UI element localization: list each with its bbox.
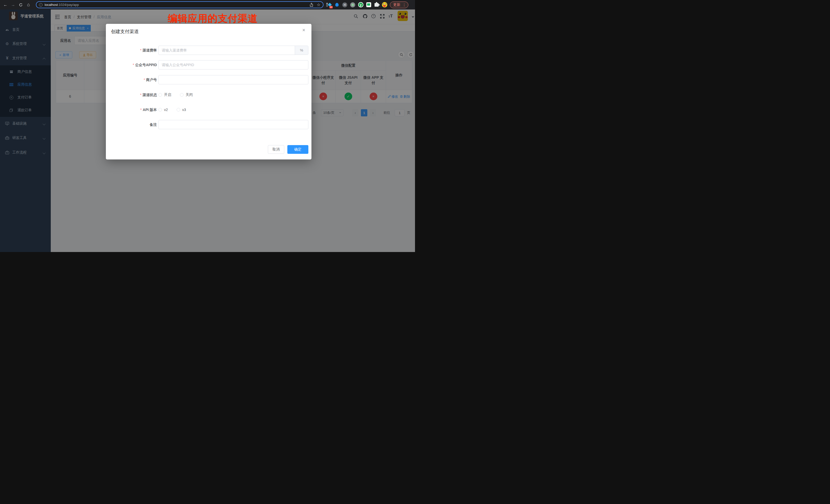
remark-field (158, 120, 308, 129)
extension-chat-icon[interactable] (366, 2, 372, 8)
browser-home-icon[interactable]: ⌂ (25, 1, 32, 8)
api-v3-label[interactable]: v3 (182, 108, 186, 112)
screen: ← → ⌂ i localhost:1024/pay/app ☆ 10 ⌘ (0, 0, 415, 252)
dialog-title: 创建支付渠道 (111, 28, 139, 35)
page: 芋道管理系统 首页 ⚙ 系统管理 ¥ 支付管理 (0, 9, 415, 252)
extension-command-icon[interactable]: ⌘ (342, 2, 348, 8)
extension-badge: 10 (329, 6, 333, 8)
browser-reload-icon[interactable] (17, 1, 25, 8)
api-version-label: *API 版本 (106, 105, 157, 114)
rate-label: *渠道费率 (106, 45, 157, 55)
confirm-button[interactable]: 确定 (287, 145, 308, 154)
annotation-title: 编辑应用的支付渠道 (154, 12, 272, 25)
status-on-radio[interactable] (158, 93, 162, 97)
browser-forward-icon[interactable]: → (9, 1, 17, 8)
merchant-label: *商户号 (106, 75, 157, 84)
url-text: localhost:1024/pay/app (44, 3, 310, 7)
close-icon[interactable]: × (301, 27, 307, 33)
appid-label: *公众号APPID (106, 60, 157, 69)
profile-avatar-icon[interactable] (382, 2, 387, 8)
api-v3-radio[interactable] (177, 108, 180, 112)
status-radio-group: 开启 关闭 (158, 90, 201, 99)
extensions-puzzle-icon[interactable] (374, 2, 379, 8)
extension-diamond-icon[interactable]: 10 (326, 2, 332, 8)
share-icon[interactable] (310, 3, 313, 7)
extension-balloon-icon[interactable] (334, 2, 340, 8)
rate-field: % (158, 45, 308, 55)
extension-y-icon[interactable]: y (358, 2, 363, 8)
appid-field (158, 60, 308, 69)
percent-suffix: % (295, 46, 308, 55)
status-off-radio[interactable] (180, 93, 184, 97)
remark-label: 备注 (106, 120, 157, 129)
create-pay-channel-dialog: 创建支付渠道 × *渠道费率 % *公众号APPID *商户号 (106, 24, 312, 159)
merchant-field (158, 75, 308, 84)
api-v2-radio[interactable] (158, 108, 162, 112)
browser-toolbar: ← → ⌂ i localhost:1024/pay/app ☆ 10 ⌘ (0, 0, 415, 9)
extensions-row: 10 ⌘ y (326, 2, 387, 8)
chrome-update-button[interactable]: 更新 ⋮ (390, 2, 408, 8)
appid-input[interactable] (159, 61, 308, 69)
bookmark-star-icon[interactable]: ☆ (317, 2, 320, 7)
browser-back-icon[interactable]: ← (2, 1, 9, 8)
browser-menu-icon[interactable]: ⋮ (403, 3, 406, 7)
extension-record-icon[interactable] (350, 2, 355, 8)
status-label: *渠道状态 (106, 90, 157, 99)
site-info-icon[interactable]: i (39, 3, 42, 7)
remark-input[interactable] (159, 120, 308, 129)
status-off-label[interactable]: 关闭 (186, 93, 193, 97)
rate-input[interactable] (159, 46, 295, 55)
merchant-input[interactable] (159, 75, 308, 84)
status-on-label[interactable]: 开启 (164, 93, 171, 97)
address-bar[interactable]: i localhost:1024/pay/app ☆ (36, 1, 323, 8)
api-v2-label[interactable]: v2 (164, 108, 168, 112)
api-version-radio-group: v2 v3 (158, 105, 195, 114)
cancel-button[interactable]: 取消 (268, 145, 284, 154)
